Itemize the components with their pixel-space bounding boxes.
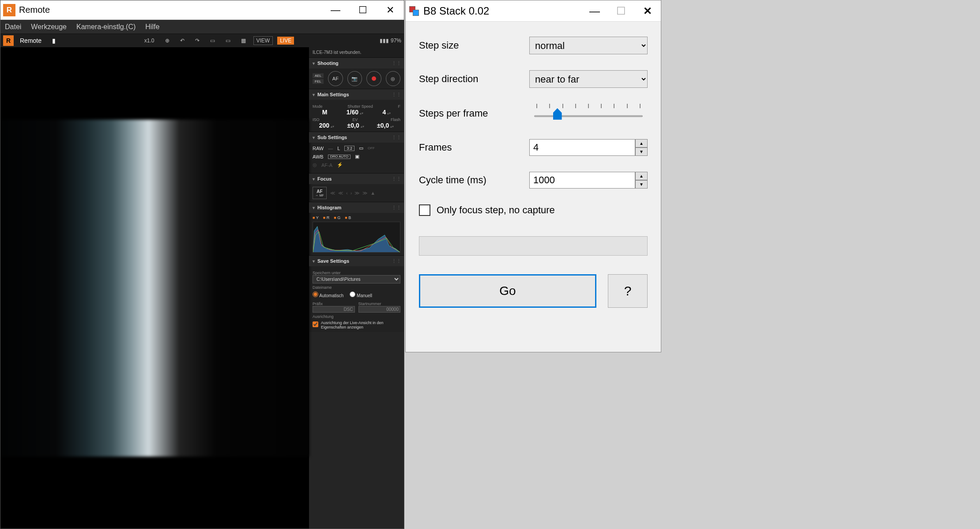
record-button[interactable]: [366, 71, 381, 86]
shooting-header[interactable]: Shooting⋮⋮: [309, 58, 404, 68]
focus-bar-icon[interactable]: ▲: [370, 190, 375, 196]
shutter-button[interactable]: 📷: [347, 71, 362, 86]
brand-icon: R: [3, 35, 14, 46]
focus-far-2[interactable]: ≫: [354, 190, 360, 196]
checkbox-box[interactable]: [419, 204, 430, 216]
battery-indicator: ▮▮▮ 97%: [380, 38, 401, 44]
cycle-time-input[interactable]: [529, 172, 635, 189]
display-1-icon[interactable]: ▭: [207, 36, 218, 45]
step-size-select[interactable]: normal: [529, 37, 648, 54]
settings-panel: ILCE-7M3 ist verbunden. Shooting⋮⋮ AEL F…: [309, 47, 404, 529]
menu-tools[interactable]: Werkzeuge: [31, 23, 67, 31]
go-button[interactable]: Go: [419, 274, 596, 308]
steps-per-frame-slider[interactable]: [529, 104, 648, 123]
shutter-value[interactable]: 1/60: [347, 109, 358, 116]
flash-value[interactable]: ±0,0: [377, 122, 389, 129]
stack-minimize-button[interactable]: —: [581, 0, 608, 22]
focus-far-3[interactable]: ≫: [362, 190, 368, 196]
main-settings-header[interactable]: Main Settings⋮⋮: [309, 89, 404, 100]
remote-titlebar: R Remote — ☐ ✕: [0, 0, 404, 20]
stack-close-button[interactable]: ✕: [634, 0, 661, 22]
frames-input[interactable]: [529, 139, 635, 156]
live-button[interactable]: LIVE: [277, 37, 294, 45]
target-button[interactable]: ◎: [386, 71, 400, 86]
step-direction-label: Step direction: [419, 73, 529, 85]
histo-r[interactable]: R: [323, 215, 329, 220]
ev-value[interactable]: ±0,0: [347, 122, 359, 129]
mode-lbl: Mode: [313, 104, 323, 109]
remote-app-icon: R: [3, 4, 15, 16]
focus-far-1[interactable]: ›: [351, 190, 352, 196]
rotate-right-icon[interactable]: ↷: [192, 36, 203, 45]
step-direction-select[interactable]: near to far: [529, 70, 648, 88]
f-lbl: F: [398, 104, 401, 109]
prefix-input[interactable]: [313, 306, 355, 313]
zoom-tool-icon[interactable]: ⊕: [162, 36, 173, 45]
iso-lbl: ISO: [313, 117, 320, 122]
view-button[interactable]: VIEW: [253, 36, 273, 45]
sub-settings-header[interactable]: Sub Settings⋮⋮: [309, 132, 404, 143]
metering-icon[interactable]: ◎: [313, 162, 317, 168]
close-button[interactable]: ✕: [377, 0, 404, 20]
af-area-icon[interactable]: AF-A: [321, 162, 332, 168]
size-setting[interactable]: L: [337, 146, 340, 151]
fel-button[interactable]: FEL: [313, 79, 324, 84]
cycle-down[interactable]: ▼: [635, 180, 648, 189]
save-path-select[interactable]: C:\Users\andi\Pictures: [313, 275, 400, 283]
mode-label: Remote: [20, 37, 41, 44]
connection-status: ILCE-7M3 ist verbunden.: [309, 47, 404, 57]
stack-app-icon: [409, 6, 419, 16]
maximize-button[interactable]: ☐: [349, 0, 377, 20]
stack-maximize-button[interactable]: ☐: [608, 0, 634, 22]
focus-near-1[interactable]: ‹: [346, 190, 348, 196]
orient-checkbox[interactable]: Ausrichtung der Live-Ansicht in den Eige…: [313, 321, 400, 329]
iso-value[interactable]: 200: [319, 122, 329, 129]
focus-near-3[interactable]: ≪: [330, 190, 335, 196]
flash-icon[interactable]: ⚡: [337, 162, 343, 168]
menu-help[interactable]: Hilfe: [145, 23, 159, 31]
aperture-value[interactable]: 4: [382, 109, 386, 116]
menu-file[interactable]: Datei: [5, 23, 21, 31]
viewer-icon[interactable]: ▮: [52, 37, 56, 44]
only-focus-checkbox[interactable]: Only focus step, no capture: [419, 204, 648, 216]
histo-g[interactable]: G: [334, 215, 340, 220]
radio-manual[interactable]: Manuell: [350, 291, 372, 298]
stack-status-bar: [419, 236, 648, 256]
live-view[interactable]: [0, 47, 309, 529]
remote-window: R Remote — ☐ ✕ Datei Werkzeuge Kamera-ei…: [0, 0, 404, 529]
startnum-input[interactable]: [358, 306, 401, 313]
focus-mode[interactable]: AF ↔ MF: [313, 187, 327, 199]
help-button[interactable]: ?: [608, 274, 648, 308]
dro-setting[interactable]: DRO AUTO: [328, 155, 351, 159]
af-button[interactable]: AF: [328, 71, 343, 86]
ev-lbl: EV: [352, 117, 358, 122]
live-image: [0, 120, 309, 457]
raw-setting[interactable]: RAW: [313, 146, 324, 151]
histo-b[interactable]: B: [345, 215, 351, 220]
grid-icon[interactable]: ▦: [238, 36, 249, 45]
focus-near-2[interactable]: ≪: [338, 190, 343, 196]
ratio-setting[interactable]: 3:2: [344, 146, 354, 151]
rotate-left-icon[interactable]: ↶: [177, 36, 188, 45]
off-indicator: OFF: [368, 146, 375, 150]
card-icon[interactable]: ▭: [359, 145, 363, 151]
cycle-time-label: Cycle time (ms): [419, 174, 529, 186]
display-2-icon[interactable]: ▭: [222, 36, 234, 45]
slider-thumb[interactable]: [553, 108, 562, 120]
radio-auto[interactable]: Automatisch: [313, 291, 343, 298]
focus-header[interactable]: Focus⋮⋮: [309, 174, 404, 184]
histogram-header[interactable]: Histogram⋮⋮: [309, 202, 404, 213]
cycle-up[interactable]: ▲: [635, 172, 648, 180]
awb-setting[interactable]: AWB: [313, 154, 324, 159]
mode-value[interactable]: M: [322, 109, 328, 116]
minimize-button[interactable]: —: [322, 0, 349, 20]
frames-label: Frames: [419, 142, 529, 153]
ael-button[interactable]: AEL: [313, 73, 324, 78]
histo-y[interactable]: Y: [313, 215, 319, 220]
display-icon[interactable]: ▣: [355, 154, 359, 159]
menu-camera[interactable]: Kamera-einstlg.(C): [76, 23, 136, 31]
filename-label: Dateiname: [313, 285, 400, 290]
frames-down[interactable]: ▼: [635, 147, 648, 156]
frames-up[interactable]: ▲: [635, 139, 648, 147]
save-settings-header[interactable]: Save Settings⋮⋮: [309, 256, 404, 266]
